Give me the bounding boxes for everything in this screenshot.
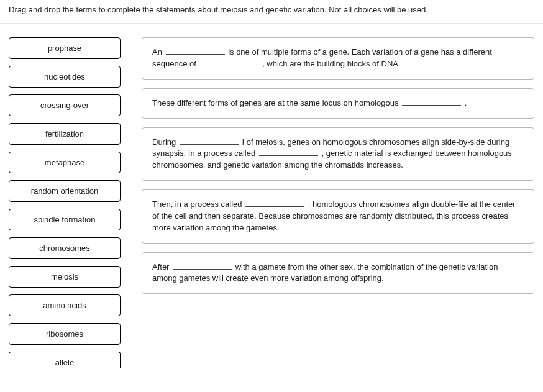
term-meiosis[interactable]: meiosis — [9, 266, 121, 288]
term-random-orientation[interactable]: random orientation — [9, 180, 121, 202]
term-prophase[interactable]: prophase — [9, 37, 121, 59]
fill-blank[interactable] — [402, 98, 461, 106]
term-fertilization[interactable]: fertilization — [9, 123, 121, 145]
fill-blank[interactable] — [199, 59, 258, 66]
exercise-content: prophase nucleotides crossing-over ferti… — [0, 24, 543, 368]
statement-text: After — [152, 262, 171, 271]
instructions-text: Drag and drop the terms to complete the … — [0, 0, 543, 24]
statement-text: During — [152, 137, 178, 147]
statement-text: Then, in a process called — [152, 199, 244, 209]
fill-blank[interactable] — [166, 47, 225, 55]
term-metaphase[interactable]: metaphase — [9, 152, 121, 173]
term-nucleotides[interactable]: nucleotides — [9, 66, 121, 88]
fill-blank[interactable] — [180, 137, 239, 145]
statement-text: An — [152, 47, 165, 57]
statement-text: . — [462, 98, 467, 107]
term-chromosomes[interactable]: chromosomes — [9, 237, 121, 259]
statement-1[interactable]: An is one of multiple forms of a gene. E… — [142, 37, 534, 80]
term-ribosomes[interactable]: ribosomes — [9, 323, 121, 345]
fill-blank[interactable] — [259, 149, 318, 157]
draggable-terms-column: prophase nucleotides crossing-over ferti… — [9, 37, 121, 368]
term-amino-acids[interactable]: amino acids — [9, 294, 121, 316]
statement-3[interactable]: During I of meiosis, genes on homologous… — [142, 127, 534, 181]
fill-blank[interactable] — [245, 199, 304, 207]
statement-2[interactable]: These different forms of genes are at th… — [142, 88, 534, 119]
term-allele[interactable]: allele — [9, 352, 121, 368]
fill-blank[interactable] — [173, 262, 232, 270]
statement-text: , which are the building blocks of DNA. — [260, 59, 400, 68]
term-spindle-formation[interactable]: spindle formation — [9, 209, 121, 230]
statement-4[interactable]: Then, in a process called , homologous c… — [142, 189, 534, 244]
term-crossing-over[interactable]: crossing-over — [9, 94, 121, 116]
statement-5[interactable]: After with a gamete from the other sex, … — [142, 252, 534, 294]
statement-text: These different forms of genes are at th… — [152, 98, 401, 107]
drop-statements-column: An is one of multiple forms of a gene. E… — [142, 37, 534, 368]
